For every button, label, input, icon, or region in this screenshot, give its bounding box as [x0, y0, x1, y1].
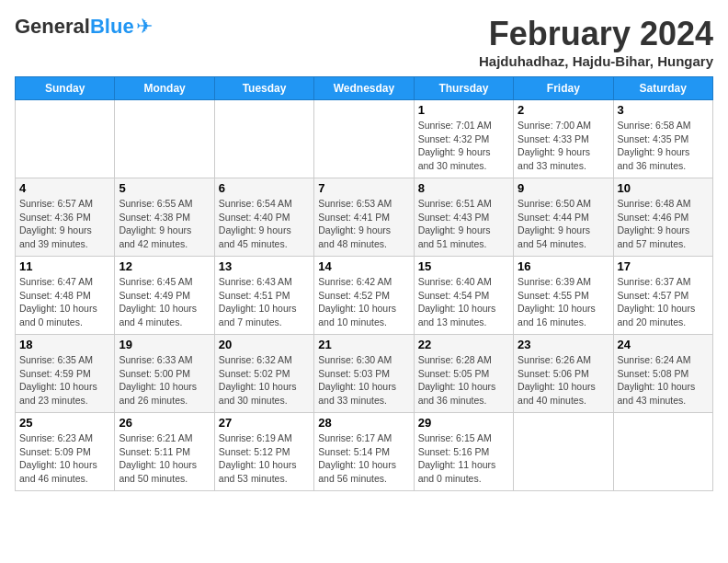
calendar-cell: 8Sunrise: 6:51 AMSunset: 4:43 PMDaylight…	[414, 178, 513, 257]
calendar-cell: 13Sunrise: 6:43 AMSunset: 4:51 PMDayligh…	[214, 257, 313, 335]
calendar-cell: 16Sunrise: 6:39 AMSunset: 4:55 PMDayligh…	[514, 257, 613, 335]
calendar-cell	[613, 413, 712, 491]
day-number: 17	[618, 259, 709, 273]
day-info: Sunrise: 6:35 AMSunset: 4:59 PMDaylight:…	[19, 353, 110, 408]
calendar-cell: 19Sunrise: 6:33 AMSunset: 5:00 PMDayligh…	[115, 335, 214, 413]
calendar-week-row: 25Sunrise: 6:23 AMSunset: 5:09 PMDayligh…	[16, 413, 713, 491]
calendar-cell: 17Sunrise: 6:37 AMSunset: 4:57 PMDayligh…	[613, 257, 712, 335]
logo-bird-icon: ✈	[136, 15, 153, 39]
calendar-cell: 14Sunrise: 6:42 AMSunset: 4:52 PMDayligh…	[314, 257, 414, 335]
day-info: Sunrise: 6:48 AMSunset: 4:46 PMDaylight:…	[618, 197, 709, 251]
calendar-cell: 5Sunrise: 6:55 AMSunset: 4:38 PMDaylight…	[115, 178, 214, 257]
day-number: 23	[518, 338, 609, 351]
calendar-cell: 21Sunrise: 6:30 AMSunset: 5:03 PMDayligh…	[314, 335, 414, 413]
calendar-cell: 25Sunrise: 6:23 AMSunset: 5:09 PMDayligh…	[16, 413, 115, 491]
calendar-cell: 10Sunrise: 6:48 AMSunset: 4:46 PMDayligh…	[613, 178, 712, 257]
day-number: 4	[19, 181, 110, 195]
calendar-cell: 4Sunrise: 6:57 AMSunset: 4:36 PMDaylight…	[16, 178, 115, 257]
day-info: Sunrise: 6:19 AMSunset: 5:12 PMDaylight:…	[219, 431, 310, 486]
day-info: Sunrise: 6:23 AMSunset: 5:09 PMDaylight:…	[19, 431, 110, 486]
calendar-week-row: 11Sunrise: 6:47 AMSunset: 4:48 PMDayligh…	[16, 257, 713, 335]
day-info: Sunrise: 6:57 AMSunset: 4:36 PMDaylight:…	[19, 197, 110, 251]
calendar-cell: 15Sunrise: 6:40 AMSunset: 4:54 PMDayligh…	[414, 257, 513, 335]
day-number: 14	[318, 259, 409, 273]
day-info: Sunrise: 6:43 AMSunset: 4:51 PMDaylight:…	[219, 275, 310, 329]
day-number: 16	[518, 259, 609, 273]
day-number: 25	[19, 416, 110, 430]
calendar-cell	[115, 100, 214, 178]
day-info: Sunrise: 6:30 AMSunset: 5:03 PMDaylight:…	[318, 353, 409, 408]
day-number: 29	[418, 416, 509, 430]
day-info: Sunrise: 6:28 AMSunset: 5:05 PMDaylight:…	[418, 353, 509, 408]
day-number: 9	[518, 181, 609, 195]
day-number: 10	[618, 181, 709, 195]
calendar-cell: 6Sunrise: 6:54 AMSunset: 4:40 PMDaylight…	[214, 178, 313, 257]
calendar-cell	[514, 413, 613, 491]
calendar-cell	[214, 100, 313, 178]
day-info: Sunrise: 7:01 AMSunset: 4:32 PMDaylight:…	[418, 119, 509, 173]
weekday-header-saturday: Saturday	[613, 77, 712, 100]
day-info: Sunrise: 7:00 AMSunset: 4:33 PMDaylight:…	[518, 119, 609, 173]
day-number: 24	[618, 338, 709, 351]
logo: GeneralBlue ✈	[15, 15, 153, 39]
day-number: 15	[418, 259, 509, 273]
weekday-header-thursday: Thursday	[414, 77, 513, 100]
day-number: 26	[119, 416, 210, 430]
calendar-cell: 7Sunrise: 6:53 AMSunset: 4:41 PMDaylight…	[314, 178, 414, 257]
day-number: 27	[219, 416, 310, 430]
calendar-cell: 12Sunrise: 6:45 AMSunset: 4:49 PMDayligh…	[115, 257, 214, 335]
weekday-header-row: SundayMondayTuesdayWednesdayThursdayFrid…	[16, 77, 713, 100]
calendar-cell: 18Sunrise: 6:35 AMSunset: 4:59 PMDayligh…	[16, 335, 115, 413]
weekday-header-monday: Monday	[115, 77, 214, 100]
day-number: 3	[618, 103, 709, 117]
calendar-cell: 26Sunrise: 6:21 AMSunset: 5:11 PMDayligh…	[115, 413, 214, 491]
day-info: Sunrise: 6:54 AMSunset: 4:40 PMDaylight:…	[219, 197, 310, 251]
location-subtitle: Hajduhadhaz, Hajdu-Bihar, Hungary	[479, 53, 713, 69]
day-info: Sunrise: 6:50 AMSunset: 4:44 PMDaylight:…	[518, 197, 609, 251]
calendar-cell: 3Sunrise: 6:58 AMSunset: 4:35 PMDaylight…	[613, 100, 712, 178]
day-number: 13	[219, 259, 310, 273]
day-info: Sunrise: 6:24 AMSunset: 5:08 PMDaylight:…	[618, 353, 709, 408]
day-number: 7	[318, 181, 409, 195]
day-info: Sunrise: 6:51 AMSunset: 4:43 PMDaylight:…	[418, 197, 509, 251]
page-header: GeneralBlue ✈ February 2024 Hajduhadhaz,…	[15, 15, 713, 69]
day-info: Sunrise: 6:47 AMSunset: 4:48 PMDaylight:…	[19, 275, 110, 329]
weekday-header-wednesday: Wednesday	[314, 77, 414, 100]
calendar-cell: 29Sunrise: 6:15 AMSunset: 5:16 PMDayligh…	[414, 413, 513, 491]
calendar-cell	[314, 100, 414, 178]
calendar-cell: 11Sunrise: 6:47 AMSunset: 4:48 PMDayligh…	[16, 257, 115, 335]
title-block: February 2024 Hajduhadhaz, Hajdu-Bihar, …	[479, 15, 713, 69]
weekday-header-friday: Friday	[514, 77, 613, 100]
day-number: 28	[318, 416, 409, 430]
month-title: February 2024	[479, 15, 713, 53]
calendar-week-row: 1Sunrise: 7:01 AMSunset: 4:32 PMDaylight…	[16, 100, 713, 178]
day-info: Sunrise: 6:17 AMSunset: 5:14 PMDaylight:…	[318, 431, 409, 486]
calendar-week-row: 18Sunrise: 6:35 AMSunset: 4:59 PMDayligh…	[16, 335, 713, 413]
calendar-cell: 22Sunrise: 6:28 AMSunset: 5:05 PMDayligh…	[414, 335, 513, 413]
day-info: Sunrise: 6:37 AMSunset: 4:57 PMDaylight:…	[618, 275, 709, 329]
calendar-cell: 20Sunrise: 6:32 AMSunset: 5:02 PMDayligh…	[214, 335, 313, 413]
day-info: Sunrise: 6:26 AMSunset: 5:06 PMDaylight:…	[518, 353, 609, 408]
day-number: 21	[318, 338, 409, 351]
calendar-cell: 23Sunrise: 6:26 AMSunset: 5:06 PMDayligh…	[514, 335, 613, 413]
calendar-cell: 28Sunrise: 6:17 AMSunset: 5:14 PMDayligh…	[314, 413, 414, 491]
calendar-week-row: 4Sunrise: 6:57 AMSunset: 4:36 PMDaylight…	[16, 178, 713, 257]
day-number: 22	[418, 338, 509, 351]
weekday-header-sunday: Sunday	[16, 77, 115, 100]
day-info: Sunrise: 6:39 AMSunset: 4:55 PMDaylight:…	[518, 275, 609, 329]
calendar-cell: 27Sunrise: 6:19 AMSunset: 5:12 PMDayligh…	[214, 413, 313, 491]
day-info: Sunrise: 6:40 AMSunset: 4:54 PMDaylight:…	[418, 275, 509, 329]
weekday-header-tuesday: Tuesday	[214, 77, 313, 100]
day-number: 18	[19, 338, 110, 351]
day-info: Sunrise: 6:58 AMSunset: 4:35 PMDaylight:…	[618, 119, 709, 173]
day-info: Sunrise: 6:42 AMSunset: 4:52 PMDaylight:…	[318, 275, 409, 329]
day-number: 1	[418, 103, 509, 117]
calendar-table: SundayMondayTuesdayWednesdayThursdayFrid…	[15, 76, 713, 491]
day-info: Sunrise: 6:53 AMSunset: 4:41 PMDaylight:…	[318, 197, 409, 251]
day-number: 8	[418, 181, 509, 195]
calendar-cell	[16, 100, 115, 178]
calendar-cell: 24Sunrise: 6:24 AMSunset: 5:08 PMDayligh…	[613, 335, 712, 413]
day-number: 12	[119, 259, 210, 273]
day-number: 2	[518, 103, 609, 117]
day-number: 5	[119, 181, 210, 195]
